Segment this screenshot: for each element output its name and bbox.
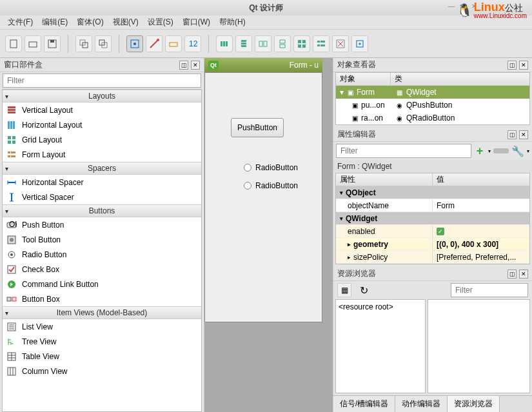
property-row[interactable]: enabled ✓ [336,225,529,238]
property-row[interactable]: sizePolicy [Preferred, Preferred,... [336,251,529,264]
form-canvas[interactable]: PushButton RadioButton RadioButton [204,72,322,322]
widget-item[interactable]: Vertical Layout [3,103,201,117]
adjust-size-icon[interactable] [351,35,368,52]
menu-edit[interactable]: 编辑(E) [42,17,68,28]
widget-filter-input[interactable] [3,74,201,88]
widget-item[interactable]: Tool Button [3,232,201,247]
svg-rect-33 [8,106,15,108]
break-layout-icon[interactable] [332,35,349,52]
form-window: Qt Form - u PushButton RadioButton Radio… [204,58,322,322]
svg-point-10 [157,39,159,41]
radio-icon [244,164,251,172]
widget-item[interactable]: Grid Layout [3,132,201,147]
category-header[interactable]: Spacers [3,162,201,175]
radio-button-2[interactable]: RadioButton [244,181,298,190]
push-button-widget[interactable]: PushButton [231,118,284,137]
property-filter-input[interactable] [336,144,471,158]
menu-file[interactable]: 文件(F) [8,17,33,28]
toolbar: 123 [0,30,532,58]
prop-header-value[interactable]: 值 [433,173,448,186]
widget-item[interactable]: Vertical Spacer [3,190,201,204]
widget-item[interactable]: Tree View [3,334,201,349]
widget-item[interactable]: Column View [3,364,201,378]
remove-property-icon[interactable] [493,148,509,153]
widget-item[interactable]: Check Box [3,262,201,277]
resource-tree[interactable]: <resource root> [335,299,426,393]
close-panel-icon[interactable]: ✕ [519,61,528,70]
push-icon: OK [6,220,17,230]
tree-header-class[interactable]: 类 [391,73,406,85]
close-panel-icon[interactable]: ✕ [519,270,528,279]
tree-row[interactable]: ▣pu...on ◉QPushButton [336,99,529,112]
svg-rect-15 [226,41,228,46]
property-row[interactable]: objectName Form [336,199,529,212]
detach-icon[interactable]: ◫ [507,61,517,70]
open-icon[interactable] [25,35,41,52]
menu-window[interactable]: 窗口(W) [182,17,210,28]
edit-resources-icon[interactable]: ▦ [337,283,351,297]
layout-v-icon [6,105,17,115]
svg-rect-21 [280,40,285,43]
configure-icon[interactable]: 🔧 [511,145,524,157]
widget-item[interactable]: Button Box [3,291,201,306]
radio-icon [6,250,17,260]
layout-form-icon[interactable] [313,35,330,52]
tree-header-object[interactable]: 对象 [336,73,391,85]
detach-icon[interactable]: ◫ [507,270,517,279]
category-header[interactable]: Item Views (Model-Based) [3,306,201,319]
save-icon[interactable] [44,35,61,52]
edit-signals-icon[interactable] [146,35,163,52]
resource-root[interactable]: <resource root> [339,302,393,311]
tree-row[interactable]: ▾▣Form ▦QWidget [336,86,529,99]
menu-settings[interactable]: 设置(S) [148,17,173,28]
widget-box-panel: 窗口部件盒 ◫ ✕ LayoutsVertical LayoutHorizont… [0,58,204,412]
widget-item[interactable]: Form Layout [3,147,201,162]
layout-grid-icon[interactable] [293,35,310,52]
widget-item[interactable]: Horizontal Spacer [3,175,201,190]
bring-front-icon[interactable] [95,35,112,52]
new-icon[interactable] [5,35,22,52]
close-panel-icon[interactable]: ✕ [191,61,200,70]
edit-tabs-icon[interactable]: 123 [184,35,201,52]
widget-item[interactable]: Table View [3,349,201,364]
add-property-icon[interactable]: + [474,145,486,157]
property-section[interactable]: QObject [336,186,529,199]
menu-view[interactable]: 视图(V) [113,17,139,28]
property-section[interactable]: QWidget [336,212,529,225]
tree-row[interactable]: ▣ra...on ◉QRadioButton [336,112,529,124]
detach-icon[interactable]: ◫ [507,130,517,139]
detach-icon[interactable]: ◫ [179,61,188,70]
widget-item[interactable]: Command Link Button [3,277,201,291]
prop-header-name[interactable]: 属性 [336,173,433,186]
form-design-area[interactable]: Qt Form - u PushButton RadioButton Radio… [204,58,333,412]
tab-action-editor[interactable]: 动作编辑器 [395,396,448,412]
layout-hsplit-icon[interactable] [255,35,271,52]
close-panel-icon[interactable]: ✕ [519,130,528,139]
widget-item[interactable]: OKPush Button [3,217,201,232]
property-row[interactable]: geometry [(0, 0), 400 x 300] [336,238,529,251]
reload-icon[interactable]: ↻ [357,283,371,297]
tab-resource-browser[interactable]: 资源浏览器 [448,396,500,412]
category-header[interactable]: Layouts [3,90,201,103]
widget-item[interactable]: Radio Button [3,247,201,262]
edit-widgets-icon[interactable] [126,35,143,52]
radio-button-1[interactable]: RadioButton [244,163,298,172]
menu-help[interactable]: 帮助(H) [219,17,246,28]
widget-item[interactable]: Horizontal Layout [3,117,201,132]
property-tree[interactable]: 属性 值 QObject objectName FormQWidget enab… [335,173,530,264]
tab-signal-slot[interactable]: 信号/槽编辑器 [333,396,395,412]
layout-v-icon[interactable] [235,35,252,52]
menu-form[interactable]: 窗体(O) [77,17,103,28]
layout-vsplit-icon[interactable] [274,35,291,52]
object-tree[interactable]: 对象 类 ▾▣Form ▦QWidget ▣pu...on ◉QPushButt… [335,72,530,125]
svg-rect-55 [7,297,11,301]
category-header[interactable]: Buttons [3,204,201,217]
widget-item[interactable]: List View [3,319,201,334]
layout-h-icon[interactable] [216,35,233,52]
svg-rect-18 [241,45,246,47]
send-back-icon[interactable] [75,35,92,52]
edit-buddies-icon[interactable] [165,35,182,52]
resource-filter-input[interactable] [451,283,528,297]
form-titlebar[interactable]: Qt Form - u [204,58,322,72]
penguin-icon: 🐧 [457,3,473,18]
